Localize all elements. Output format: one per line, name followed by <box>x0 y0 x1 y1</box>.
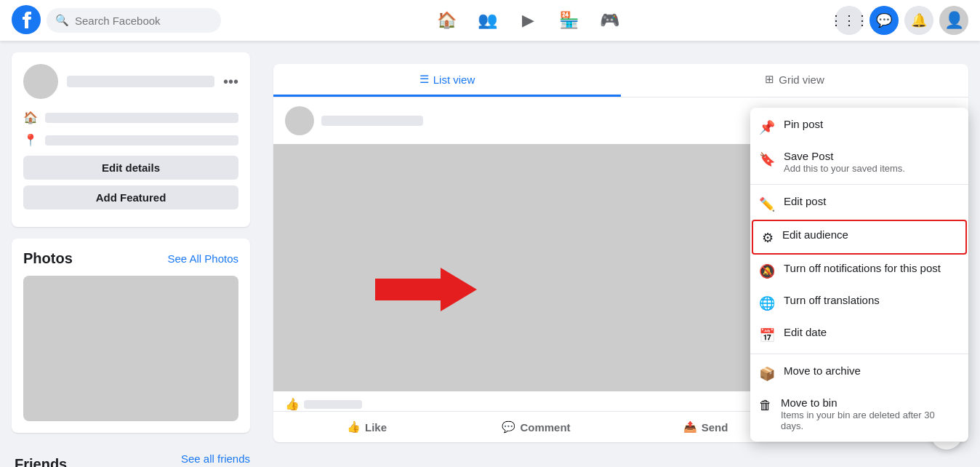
menu-item-label-1: Save Post <box>784 150 905 162</box>
search-icon: 🔍 <box>55 14 69 27</box>
location-info-icon: 📍 <box>23 133 38 147</box>
location-info-placeholder <box>45 135 238 145</box>
menu-item-7[interactable]: 📦Move to archive <box>750 357 968 389</box>
send-icon: 📤 <box>683 420 697 434</box>
menu-divider-6 <box>750 354 968 354</box>
grid-view-icon: ⊞ <box>765 73 774 86</box>
menu-item-3[interactable]: ⚙Edit audience <box>752 220 967 255</box>
menu-item-label-6: Edit date <box>784 326 827 338</box>
list-view-icon: ☰ <box>419 73 429 86</box>
menu-item-icon-2: ✏️ <box>759 196 775 212</box>
menu-item-sub-8: Items in your bin are deleted after 30 d… <box>781 410 960 431</box>
facebook-logo[interactable] <box>12 5 41 36</box>
menu-item-icon-8: 🗑 <box>759 398 772 413</box>
profile-location-row: 📍 <box>23 133 238 147</box>
menu-item-text-5: Turn off translations <box>784 294 880 306</box>
comment-button[interactable]: 💬 Comment <box>451 415 621 439</box>
menu-item-6[interactable]: 📅Edit date <box>750 319 968 351</box>
menu-item-icon-1: 🔖 <box>759 151 775 167</box>
post-header-left <box>285 106 423 135</box>
menu-item-label-5: Turn off translations <box>784 294 880 306</box>
profile-button[interactable]: 👤 <box>939 6 968 35</box>
menu-item-text-2: Edit post <box>784 195 826 207</box>
photos-title: Photos <box>23 250 73 267</box>
profile-home-row: 🏠 <box>23 111 238 124</box>
grid-view-tab[interactable]: ⊞ Grid view <box>621 64 968 97</box>
menu-item-label-8: Move to bin <box>781 396 960 409</box>
comment-label: Comment <box>520 421 570 434</box>
menu-item-label-4: Turn off notifications for this post <box>784 262 941 274</box>
like-reaction-icon: 👍 <box>285 397 300 411</box>
menu-item-2[interactable]: ✏️Edit post <box>750 188 968 220</box>
navbar: 🔍 🏠 👥 ▶ 🏪 🎮 ⋮⋮⋮ 💬 🔔 👤 <box>0 0 980 41</box>
menu-divider-1 <box>750 184 968 185</box>
profile-header: ••• <box>23 64 238 99</box>
menu-item-text-0: Pin post <box>784 118 823 130</box>
see-all-photos-link[interactable]: See All Photos <box>167 252 238 265</box>
like-label: Like <box>365 421 387 434</box>
feed-card: ☰ List view ⊞ Grid view ••• <box>273 64 968 442</box>
list-view-label: List view <box>433 73 475 86</box>
home-info-placeholder <box>45 113 238 123</box>
dropdown-menu: 📌Pin post🔖Save PostAdd this to your save… <box>750 108 968 442</box>
menu-item-text-1: Save PostAdd this to your saved items. <box>784 150 905 174</box>
nav-gaming-button[interactable]: 🎮 <box>592 3 627 38</box>
list-view-tab[interactable]: ☰ List view <box>273 64 621 97</box>
menu-button[interactable]: ⋮⋮⋮ <box>835 6 864 35</box>
navbar-center: 🏠 👥 ▶ 🏪 🎮 <box>221 3 835 38</box>
nav-home-button[interactable]: 🏠 <box>429 3 464 38</box>
menu-item-label-0: Pin post <box>784 118 823 130</box>
photos-placeholder <box>23 276 238 421</box>
friends-title: Friends <box>12 456 70 467</box>
grid-view-label: Grid view <box>779 73 824 86</box>
menu-item-label-2: Edit post <box>784 195 826 207</box>
search-input[interactable] <box>75 15 212 27</box>
send-label: Send <box>702 421 728 434</box>
comment-icon: 💬 <box>502 420 515 434</box>
photos-header: Photos See All Photos <box>23 250 238 267</box>
menu-item-icon-3: ⚙ <box>762 230 774 246</box>
friends-header-row: Friends See all friends <box>12 444 250 467</box>
like-button[interactable]: 👍 Like <box>282 415 451 439</box>
main-content: ••• 🏠 📍 Edit details Add Featured Photos… <box>0 41 980 467</box>
reaction-count-placeholder <box>304 400 362 409</box>
like-icon: 👍 <box>347 420 361 434</box>
menu-item-label-7: Move to archive <box>784 364 861 377</box>
menu-item-4[interactable]: 🔕Turn off notifications for this post <box>750 255 968 287</box>
menu-item-icon-0: 📌 <box>759 119 775 135</box>
menu-item-label-3: Edit audience <box>782 228 848 241</box>
view-toggle: ☰ List view ⊞ Grid view <box>273 64 968 97</box>
menu-item-text-6: Edit date <box>784 326 827 338</box>
menu-item-1[interactable]: 🔖Save PostAdd this to your saved items. <box>750 143 968 181</box>
see-all-friends-link[interactable]: See all friends <box>181 452 250 465</box>
profile-avatar: 👤 <box>944 11 964 30</box>
profile-card: ••• 🏠 📍 Edit details Add Featured <box>12 52 250 227</box>
facebook-logo-icon <box>12 5 41 34</box>
post-name-placeholder <box>321 116 423 126</box>
add-featured-button[interactable]: Add Featured <box>23 185 238 209</box>
messenger-button[interactable]: 💬 <box>869 6 899 35</box>
nav-marketplace-button[interactable]: 🏪 <box>551 3 586 38</box>
search-bar[interactable]: 🔍 <box>47 8 221 33</box>
home-info-icon: 🏠 <box>23 111 38 124</box>
left-sidebar: ••• 🏠 📍 Edit details Add Featured Photos… <box>0 41 262 467</box>
notifications-button[interactable]: 🔔 <box>904 6 933 35</box>
menu-item-5[interactable]: 🌐Turn off translations <box>750 287 968 319</box>
menu-item-8[interactable]: 🗑Move to binItems in your bin are delete… <box>750 389 968 439</box>
menu-item-text-4: Turn off notifications for this post <box>784 262 941 274</box>
menu-item-sub-1: Add this to your saved items. <box>784 163 905 174</box>
nav-friends-button[interactable]: 👥 <box>470 3 505 38</box>
menu-item-icon-6: 📅 <box>759 327 775 343</box>
post-avatar <box>285 106 314 135</box>
nav-watch-button[interactable]: ▶ <box>510 3 545 38</box>
navbar-right: ⋮⋮⋮ 💬 🔔 👤 <box>835 6 968 35</box>
photos-section: Photos See All Photos <box>12 239 250 433</box>
post-wrapper: ☰ List view ⊞ Grid view ••• <box>273 64 968 442</box>
profile-more-icon[interactable]: ••• <box>223 73 238 90</box>
profile-name-placeholder <box>67 76 214 87</box>
right-content: ☰ List view ⊞ Grid view ••• <box>262 41 980 467</box>
menu-item-icon-7: 📦 <box>759 366 775 382</box>
profile-avatar-placeholder <box>23 64 58 99</box>
edit-details-button[interactable]: Edit details <box>23 156 238 180</box>
menu-item-0[interactable]: 📌Pin post <box>750 111 968 143</box>
